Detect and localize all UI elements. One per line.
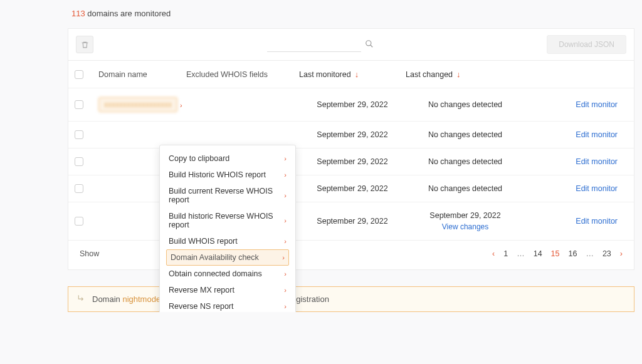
select-all-checkbox[interactable] xyxy=(75,70,83,79)
last-changed-cell: No changes detected xyxy=(406,157,525,166)
row-checkbox[interactable] xyxy=(75,184,83,193)
popover-item[interactable]: Domain Availability check› xyxy=(166,249,289,266)
search-input[interactable] xyxy=(267,38,361,52)
domain-actions-popover: Copy to clipboard›Build Historic WHOIS r… xyxy=(159,145,296,312)
col-excluded[interactable]: Excluded WHOIS fields xyxy=(186,70,299,79)
monitored-number: 113 xyxy=(71,9,85,18)
popover-item[interactable]: Reverse NS report› xyxy=(160,298,295,312)
popover-item-label: Reverse MX report xyxy=(169,286,234,294)
col-last-monitored[interactable]: Last monitored↓ xyxy=(299,70,406,79)
chevron-right-icon: › xyxy=(284,155,287,162)
show-per-page[interactable]: Show xyxy=(80,249,99,258)
row-checkbox[interactable] xyxy=(75,157,83,166)
popover-item[interactable]: Obtain connected domains› xyxy=(160,266,295,282)
monitored-count: 113 domains are monitored xyxy=(4,0,638,28)
popover-item-label: Build Historic WHOIS report xyxy=(169,170,266,179)
last-monitored-cell: September 29, 2022 xyxy=(299,157,406,166)
chevron-right-icon: › xyxy=(180,101,182,109)
row-checkbox[interactable] xyxy=(75,130,83,139)
availability-toast: Domain nightmodeforyoutubext.com is unav… xyxy=(68,286,634,312)
chevron-right-icon: › xyxy=(284,192,287,199)
monitored-text: domains are monitored xyxy=(85,9,171,18)
domains-card: Download JSON Domain name Excluded WHOIS… xyxy=(68,28,634,270)
table-row: September 29, 2022No changes detectedEdi… xyxy=(68,122,634,148)
domain-cell[interactable]: xxxxxxxxxxxxxxxxxx› xyxy=(98,97,186,112)
chevron-right-icon: › xyxy=(282,254,285,261)
last-monitored-cell: September 29, 2022 xyxy=(299,217,406,226)
popover-item[interactable]: Copy to clipboard› xyxy=(160,150,295,167)
page-number[interactable]: 15 xyxy=(551,249,560,258)
trash-icon xyxy=(81,41,89,49)
blurred-domain-chip[interactable]: xxxxxxxxxxxxxxxxxx xyxy=(98,97,177,112)
table-row: September 29, 2022No changes detectedEdi… xyxy=(68,148,634,175)
sort-arrow-icon: ↓ xyxy=(456,70,461,79)
view-changes-link[interactable]: View changes xyxy=(406,222,525,231)
search-icon[interactable] xyxy=(365,39,374,50)
svg-line-1 xyxy=(370,44,372,47)
popover-item-label: Build current Reverse WHOIS report xyxy=(169,187,284,204)
popover-item-label: Copy to clipboard xyxy=(169,154,229,163)
table-footer: Show ‹ 1…141516…23 › xyxy=(68,241,634,269)
chevron-right-icon: › xyxy=(284,303,287,310)
download-json-button[interactable]: Download JSON xyxy=(547,35,626,54)
toolbar: Download JSON xyxy=(68,29,634,61)
popover-item[interactable]: Build historic Reverse WHOIS report› xyxy=(160,208,295,233)
edit-monitor-link[interactable]: Edit monitor xyxy=(525,100,628,109)
col-last-changed[interactable]: Last changed↓ xyxy=(406,70,525,79)
chevron-right-icon: › xyxy=(284,270,287,278)
last-changed-cell: No changes detected xyxy=(406,130,525,139)
popover-item-label: Build historic Reverse WHOIS report xyxy=(169,212,284,229)
row-checkbox[interactable] xyxy=(75,217,83,226)
search-area xyxy=(93,38,547,52)
last-changed-cell: September 29, 2022View changes xyxy=(406,211,525,231)
page-prev[interactable]: ‹ xyxy=(492,249,495,258)
popover-item-label: Domain Availability check xyxy=(171,253,259,262)
table-row: September 29, 2022No changes detectedEdi… xyxy=(68,175,634,202)
popover-item[interactable]: Build WHOIS report› xyxy=(160,233,295,249)
toast-arrow-icon xyxy=(77,294,86,304)
table-header-row: Domain name Excluded WHOIS fields Last m… xyxy=(68,61,634,88)
page-next[interactable]: › xyxy=(620,249,623,258)
page-number[interactable]: 14 xyxy=(534,249,542,258)
chevron-right-icon: › xyxy=(284,171,287,179)
table-row: xxxxxxxxxxxxxxxxxx›September 29, 2022No … xyxy=(68,88,634,122)
last-changed-cell: No changes detected xyxy=(406,100,525,109)
row-checkbox[interactable] xyxy=(75,100,83,109)
last-monitored-cell: September 29, 2022 xyxy=(299,184,406,193)
edit-monitor-link[interactable]: Edit monitor xyxy=(525,184,628,193)
page-number[interactable]: 16 xyxy=(569,249,577,258)
popover-item[interactable]: Build Historic WHOIS report› xyxy=(160,167,295,183)
page: 113 domains are monitored Download JSON … xyxy=(0,0,642,312)
page-number[interactable]: 23 xyxy=(603,249,611,258)
popover-item-label: Obtain connected domains xyxy=(169,269,262,278)
last-changed-cell: No changes detected xyxy=(406,184,525,193)
chevron-right-icon: › xyxy=(284,286,287,294)
popover-item-label: Build WHOIS report xyxy=(169,237,238,246)
chevron-right-icon: › xyxy=(284,217,287,224)
edit-monitor-link[interactable]: Edit monitor xyxy=(525,130,628,139)
edit-monitor-link[interactable]: Edit monitor xyxy=(525,217,628,226)
page-ellipsis: … xyxy=(586,249,594,258)
pagination: ‹ 1…141516…23 › xyxy=(492,249,623,258)
edit-monitor-link[interactable]: Edit monitor xyxy=(525,157,628,166)
col-domain[interactable]: Domain name xyxy=(98,70,186,79)
popover-item-label: Reverse NS report xyxy=(169,302,234,311)
page-ellipsis: … xyxy=(517,249,525,258)
sort-arrow-icon: ↓ xyxy=(355,70,359,79)
table-row: September 29, 2022September 29, 2022View… xyxy=(68,202,634,241)
last-monitored-cell: September 29, 2022 xyxy=(299,100,406,109)
page-number[interactable]: 1 xyxy=(503,249,508,258)
popover-item[interactable]: Reverse MX report› xyxy=(160,282,295,298)
chevron-right-icon: › xyxy=(284,237,287,245)
delete-button[interactable] xyxy=(76,36,93,53)
svg-point-0 xyxy=(366,40,371,45)
popover-item[interactable]: Build current Reverse WHOIS report› xyxy=(160,183,295,208)
last-monitored-cell: September 29, 2022 xyxy=(299,130,406,139)
